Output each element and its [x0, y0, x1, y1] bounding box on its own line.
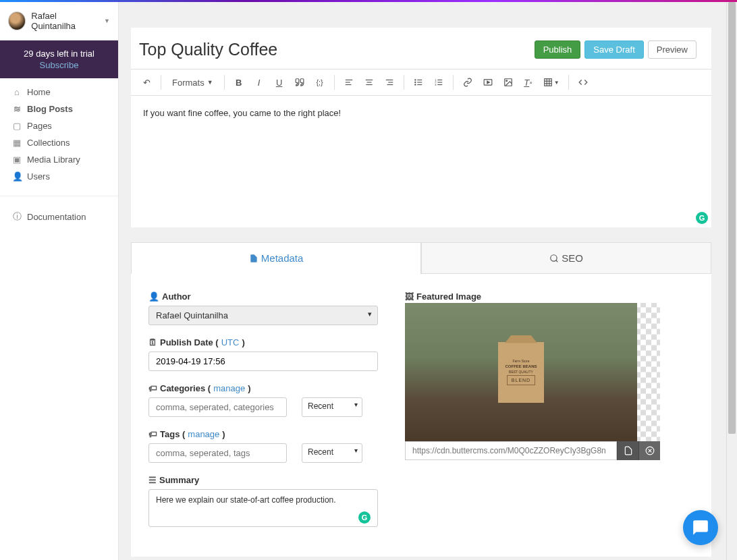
utc-link[interactable]: UTC: [221, 337, 240, 347]
clear-format-icon[interactable]: T×: [520, 74, 537, 91]
svg-point-9: [414, 80, 415, 80]
metadata-right-column: 🖼Featured Image Farm Store COFFEE BEANS …: [405, 291, 694, 539]
grid-icon: ▦: [12, 138, 22, 148]
scrollbar[interactable]: [726, 2, 737, 560]
author-select[interactable]: Rafael Quintanilha: [148, 306, 378, 325]
svg-line-31: [556, 260, 558, 262]
sidebar: Rafael Quintanilha ▼ 29 days left in tri…: [0, 2, 119, 560]
tags-recent-select[interactable]: Recent: [302, 443, 362, 463]
nav-home[interactable]: ⌂Home: [0, 84, 118, 101]
remove-image-button[interactable]: [638, 441, 660, 460]
action-buttons: Publish Save Draft Preview: [535, 40, 697, 59]
svg-marker-22: [487, 81, 489, 84]
grammarly-icon[interactable]: G: [696, 212, 708, 224]
nav-users[interactable]: 👤Users: [0, 168, 118, 185]
code-block-icon[interactable]: {;}: [311, 74, 329, 91]
bullet-list-icon[interactable]: [410, 74, 427, 91]
svg-rect-25: [544, 79, 551, 86]
align-left-icon[interactable]: [340, 74, 358, 91]
page-icon: ▢: [12, 121, 22, 131]
nav-menu-secondary: ⓘDocumentation: [0, 202, 118, 231]
publish-button[interactable]: Publish: [535, 40, 581, 59]
publish-date-input[interactable]: [148, 352, 378, 371]
nav-media[interactable]: ▣Media Library: [0, 151, 118, 168]
video-icon[interactable]: [479, 74, 497, 91]
svg-point-10: [414, 82, 415, 82]
tab-seo[interactable]: SEO: [421, 242, 711, 274]
coffee-bag-photo: Farm Store COFFEE BEANS BEST QUALITY BLE…: [405, 303, 637, 441]
user-menu[interactable]: Rafael Quintanilha ▼: [0, 2, 118, 40]
tags-icon: 🏷: [148, 429, 157, 439]
calendar-icon: 🗓: [148, 337, 157, 347]
page-title: Top Quality Coffee: [139, 40, 277, 59]
metadata-left-column: 👤Author Rafael Quintanilha 🗓Publish Date…: [148, 291, 378, 539]
scrollbar-thumb[interactable]: [728, 2, 736, 434]
table-icon[interactable]: ▼: [540, 74, 563, 91]
numbered-list-icon[interactable]: 123: [430, 74, 447, 91]
categories-manage-link[interactable]: manage: [213, 383, 245, 393]
rss-icon: ≋: [12, 104, 22, 114]
info-icon: ⓘ: [12, 211, 22, 223]
upload-image-button[interactable]: [617, 441, 638, 460]
subscribe-link[interactable]: Subscribe: [8, 60, 110, 70]
save-draft-button[interactable]: Save Draft: [584, 40, 643, 59]
nav-pages[interactable]: ▢Pages: [0, 117, 118, 134]
user-icon: 👤: [148, 291, 159, 302]
summary-textarea[interactable]: Here we explain our state-of-art coffee …: [148, 489, 378, 527]
user-name: Rafael Quintanilha: [31, 11, 99, 31]
image-insert-icon[interactable]: [499, 74, 517, 91]
tab-content: 👤Author Rafael Quintanilha 🗓Publish Date…: [131, 274, 711, 557]
tags-field: 🏷Tags (manage) Recent: [148, 429, 378, 463]
chat-widget-button[interactable]: [683, 510, 718, 545]
tags-manage-link[interactable]: manage: [188, 429, 219, 439]
featured-image-url-row: [405, 441, 660, 460]
undo-icon[interactable]: ↶: [138, 74, 155, 91]
featured-image-url[interactable]: [405, 441, 617, 460]
content-editor[interactable]: If you want fine coffee, you came to the…: [131, 96, 711, 227]
author-field: 👤Author Rafael Quintanilha: [148, 291, 378, 325]
editor-panel: Top Quality Coffee Publish Save Draft Pr…: [131, 28, 711, 227]
tab-metadata[interactable]: Metadata: [131, 242, 421, 274]
align-center-icon[interactable]: [360, 74, 378, 91]
nav-menu: ⌂Home ≋Blog Posts ▢Pages ▦Collections ▣M…: [0, 78, 118, 190]
featured-image[interactable]: Farm Store COFFEE BEANS BEST QUALITY BLE…: [405, 303, 660, 441]
grammarly-icon[interactable]: G: [358, 511, 371, 524]
tag-icon: 🏷: [148, 383, 157, 393]
image-icon: ▣: [12, 155, 22, 165]
categories-input[interactable]: [148, 397, 287, 417]
image-icon: 🖼: [405, 291, 414, 302]
metadata-panel: Metadata SEO 👤Author Rafael Quintanilha …: [131, 242, 711, 557]
italic-icon[interactable]: I: [250, 74, 268, 91]
nav-collections[interactable]: ▦Collections: [0, 134, 118, 151]
categories-recent-select[interactable]: Recent: [302, 397, 362, 417]
main-content: Top Quality Coffee Publish Save Draft Pr…: [119, 2, 737, 560]
svg-point-24: [506, 80, 507, 82]
user-icon: 👤: [12, 171, 22, 181]
tags-input[interactable]: [148, 443, 287, 463]
nav-docs[interactable]: ⓘDocumentation: [0, 207, 118, 226]
formats-dropdown[interactable]: Formats▼: [167, 78, 219, 88]
trial-banner: 29 days left in trial Subscribe: [0, 40, 118, 78]
svg-text:3: 3: [435, 83, 437, 86]
bold-icon[interactable]: B: [230, 74, 248, 91]
avatar: [8, 11, 26, 30]
quote-icon[interactable]: [291, 74, 308, 91]
chevron-down-icon: ▼: [207, 79, 213, 86]
nav-blog-posts[interactable]: ≋Blog Posts: [0, 101, 118, 117]
list-icon: ☰: [148, 475, 157, 485]
source-code-icon[interactable]: [574, 74, 592, 91]
svg-point-30: [551, 255, 557, 261]
summary-field: ☰Summary Here we explain our state-of-ar…: [148, 475, 378, 527]
categories-field: 🏷Categories (manage) Recent: [148, 383, 378, 417]
caret-down-icon: ▼: [104, 18, 110, 24]
svg-point-11: [414, 84, 415, 85]
home-icon: ⌂: [12, 87, 22, 97]
underline-icon[interactable]: U: [271, 74, 288, 91]
align-right-icon[interactable]: [381, 74, 398, 91]
link-icon[interactable]: [459, 74, 476, 91]
publish-date-field: 🗓Publish Date (UTC): [148, 337, 378, 371]
nav-separator: [0, 196, 118, 196]
tabs: Metadata SEO: [131, 242, 711, 274]
preview-button[interactable]: Preview: [648, 40, 697, 59]
editor-content: If you want fine coffee, you came to the…: [143, 108, 341, 118]
